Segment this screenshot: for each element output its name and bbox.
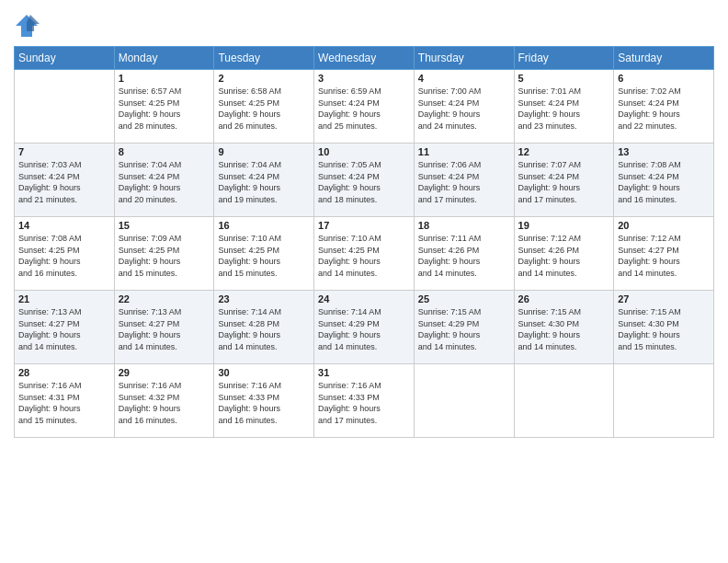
day-number: 28 [18, 367, 110, 378]
day-info: Sunrise: 6:57 AM Sunset: 4:25 PM Dayligh… [119, 86, 210, 132]
calendar-cell: 5Sunrise: 7:01 AM Sunset: 4:24 PM Daylig… [514, 70, 614, 144]
day-number: 1 [119, 73, 210, 84]
day-info: Sunrise: 7:15 AM Sunset: 4:30 PM Dayligh… [618, 306, 710, 352]
calendar-week-2: 7Sunrise: 7:03 AM Sunset: 4:24 PM Daylig… [15, 144, 714, 217]
day-number: 10 [318, 146, 410, 157]
day-number: 2 [218, 73, 310, 84]
calendar-cell: 14Sunrise: 7:08 AM Sunset: 4:25 PM Dayli… [15, 217, 115, 291]
day-number: 12 [518, 146, 610, 157]
calendar-cell: 30Sunrise: 7:16 AM Sunset: 4:33 PM Dayli… [214, 364, 314, 438]
calendar-cell: 31Sunrise: 7:16 AM Sunset: 4:33 PM Dayli… [314, 364, 415, 438]
calendar-cell: 7Sunrise: 7:03 AM Sunset: 4:24 PM Daylig… [15, 144, 115, 217]
calendar-header-monday: Monday [114, 47, 214, 70]
calendar-cell: 20Sunrise: 7:12 AM Sunset: 4:27 PM Dayli… [614, 217, 714, 291]
page: SundayMondayTuesdayWednesdayThursdayFrid… [0, 0, 728, 563]
day-number: 20 [618, 220, 710, 231]
calendar-cell: 17Sunrise: 7:10 AM Sunset: 4:25 PM Dayli… [314, 217, 415, 291]
day-number: 22 [119, 293, 210, 304]
calendar-week-3: 14Sunrise: 7:08 AM Sunset: 4:25 PM Dayli… [15, 217, 714, 291]
calendar-header-thursday: Thursday [414, 47, 514, 70]
calendar-cell: 6Sunrise: 7:02 AM Sunset: 4:24 PM Daylig… [614, 70, 714, 144]
day-info: Sunrise: 7:05 AM Sunset: 4:24 PM Dayligh… [318, 159, 410, 205]
day-number: 15 [119, 220, 210, 231]
calendar-cell [614, 364, 714, 438]
calendar-cell [15, 70, 115, 144]
header [14, 9, 714, 39]
calendar-header-friday: Friday [514, 47, 614, 70]
calendar-cell: 11Sunrise: 7:06 AM Sunset: 4:24 PM Dayli… [414, 144, 514, 217]
day-info: Sunrise: 7:01 AM Sunset: 4:24 PM Dayligh… [518, 86, 610, 132]
calendar-cell: 25Sunrise: 7:15 AM Sunset: 4:29 PM Dayli… [414, 291, 514, 364]
day-number: 19 [518, 220, 610, 231]
calendar-cell: 15Sunrise: 7:09 AM Sunset: 4:25 PM Dayli… [114, 217, 214, 291]
day-number: 5 [518, 73, 610, 84]
day-info: Sunrise: 7:02 AM Sunset: 4:24 PM Dayligh… [618, 86, 710, 132]
day-info: Sunrise: 7:03 AM Sunset: 4:24 PM Dayligh… [18, 159, 110, 205]
calendar-week-4: 21Sunrise: 7:13 AM Sunset: 4:27 PM Dayli… [15, 291, 714, 364]
calendar-header-sunday: Sunday [15, 47, 115, 70]
day-number: 11 [418, 146, 510, 157]
day-info: Sunrise: 7:15 AM Sunset: 4:29 PM Dayligh… [418, 306, 510, 352]
day-number: 3 [318, 73, 410, 84]
day-number: 23 [218, 293, 310, 304]
day-number: 24 [318, 293, 410, 304]
calendar-cell: 22Sunrise: 7:13 AM Sunset: 4:27 PM Dayli… [114, 291, 214, 364]
day-number: 9 [218, 146, 310, 157]
day-number: 30 [218, 367, 310, 378]
day-info: Sunrise: 7:10 AM Sunset: 4:25 PM Dayligh… [318, 233, 410, 279]
day-number: 27 [618, 293, 710, 304]
calendar-cell: 4Sunrise: 7:00 AM Sunset: 4:24 PM Daylig… [414, 70, 514, 144]
day-info: Sunrise: 7:12 AM Sunset: 4:26 PM Dayligh… [518, 233, 610, 279]
calendar-header-row: SundayMondayTuesdayWednesdayThursdayFrid… [15, 47, 714, 70]
day-number: 17 [318, 220, 410, 231]
day-number: 25 [418, 293, 510, 304]
calendar-header-tuesday: Tuesday [214, 47, 314, 70]
day-info: Sunrise: 7:16 AM Sunset: 4:31 PM Dayligh… [18, 380, 110, 426]
calendar-cell: 29Sunrise: 7:16 AM Sunset: 4:32 PM Dayli… [114, 364, 214, 438]
calendar-header-wednesday: Wednesday [314, 47, 415, 70]
day-number: 14 [18, 220, 110, 231]
day-info: Sunrise: 7:04 AM Sunset: 4:24 PM Dayligh… [119, 159, 210, 205]
day-number: 29 [119, 367, 210, 378]
day-info: Sunrise: 6:58 AM Sunset: 4:25 PM Dayligh… [218, 86, 310, 132]
calendar-cell [514, 364, 614, 438]
calendar-cell: 13Sunrise: 7:08 AM Sunset: 4:24 PM Dayli… [614, 144, 714, 217]
calendar-cell [414, 364, 514, 438]
calendar-cell: 21Sunrise: 7:13 AM Sunset: 4:27 PM Dayli… [15, 291, 115, 364]
day-number: 21 [18, 293, 110, 304]
day-info: Sunrise: 7:08 AM Sunset: 4:25 PM Dayligh… [18, 233, 110, 279]
day-info: Sunrise: 7:14 AM Sunset: 4:28 PM Dayligh… [218, 306, 310, 352]
day-number: 8 [119, 146, 210, 157]
logo-icon [14, 13, 40, 39]
calendar-cell: 3Sunrise: 6:59 AM Sunset: 4:24 PM Daylig… [314, 70, 415, 144]
day-number: 4 [418, 73, 510, 84]
day-info: Sunrise: 7:13 AM Sunset: 4:27 PM Dayligh… [18, 306, 110, 352]
day-info: Sunrise: 7:13 AM Sunset: 4:27 PM Dayligh… [119, 306, 210, 352]
calendar-cell: 26Sunrise: 7:15 AM Sunset: 4:30 PM Dayli… [514, 291, 614, 364]
day-info: Sunrise: 7:10 AM Sunset: 4:25 PM Dayligh… [218, 233, 310, 279]
calendar-cell: 12Sunrise: 7:07 AM Sunset: 4:24 PM Dayli… [514, 144, 614, 217]
calendar-cell: 9Sunrise: 7:04 AM Sunset: 4:24 PM Daylig… [214, 144, 314, 217]
day-number: 18 [418, 220, 510, 231]
calendar-cell: 16Sunrise: 7:10 AM Sunset: 4:25 PM Dayli… [214, 217, 314, 291]
day-info: Sunrise: 7:16 AM Sunset: 4:33 PM Dayligh… [218, 380, 310, 426]
day-number: 6 [618, 73, 710, 84]
day-info: Sunrise: 7:15 AM Sunset: 4:30 PM Dayligh… [518, 306, 610, 352]
day-info: Sunrise: 7:06 AM Sunset: 4:24 PM Dayligh… [418, 159, 510, 205]
calendar-header-saturday: Saturday [614, 47, 714, 70]
day-number: 7 [18, 146, 110, 157]
logo [14, 13, 43, 39]
day-number: 26 [518, 293, 610, 304]
calendar-week-1: 1Sunrise: 6:57 AM Sunset: 4:25 PM Daylig… [15, 70, 714, 144]
calendar: SundayMondayTuesdayWednesdayThursdayFrid… [14, 46, 714, 438]
day-number: 13 [618, 146, 710, 157]
calendar-cell: 2Sunrise: 6:58 AM Sunset: 4:25 PM Daylig… [214, 70, 314, 144]
calendar-week-5: 28Sunrise: 7:16 AM Sunset: 4:31 PM Dayli… [15, 364, 714, 438]
calendar-cell: 27Sunrise: 7:15 AM Sunset: 4:30 PM Dayli… [614, 291, 714, 364]
day-info: Sunrise: 7:00 AM Sunset: 4:24 PM Dayligh… [418, 86, 510, 132]
day-info: Sunrise: 6:59 AM Sunset: 4:24 PM Dayligh… [318, 86, 410, 132]
day-info: Sunrise: 7:16 AM Sunset: 4:33 PM Dayligh… [318, 380, 410, 426]
day-info: Sunrise: 7:14 AM Sunset: 4:29 PM Dayligh… [318, 306, 410, 352]
day-number: 16 [218, 220, 310, 231]
calendar-cell: 1Sunrise: 6:57 AM Sunset: 4:25 PM Daylig… [114, 70, 214, 144]
